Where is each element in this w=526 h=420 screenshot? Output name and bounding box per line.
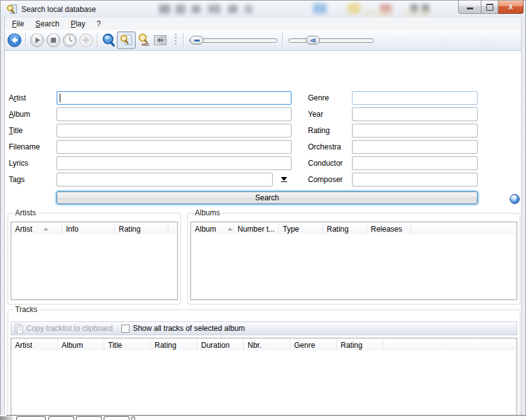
tracks-list-body[interactable] xyxy=(11,350,517,420)
tracks-column-duration[interactable]: Duration xyxy=(197,338,244,350)
tracks-panel-title: Tracks xyxy=(13,305,40,314)
menu-search[interactable]: Search xyxy=(30,18,65,30)
filename-input[interactable] xyxy=(57,140,292,154)
artists-column-info[interactable]: Info xyxy=(62,222,115,234)
tags-label: Tags xyxy=(9,175,25,184)
tracks-column-rating[interactable]: Rating xyxy=(151,338,197,350)
glass-blur-decoration xyxy=(159,4,170,14)
orchestra-label: Orchestra xyxy=(308,143,341,151)
volume-thumb-icon xyxy=(310,40,312,41)
search-form: Artist Album Title Filename Lyrics Tags … xyxy=(5,51,521,415)
lyrics-input[interactable] xyxy=(57,156,292,170)
glass-blur-decoration xyxy=(208,4,221,13)
search-button[interactable]: Search xyxy=(57,191,478,204)
tracks-list: Artist Album Title Rating Duration Nbr. … xyxy=(11,338,517,420)
rating-input[interactable] xyxy=(352,124,478,137)
glass-blur-decoration xyxy=(244,5,253,13)
background-tab xyxy=(0,416,13,420)
albums-panel-title: Albums xyxy=(193,208,222,217)
tracks-column-rating-2[interactable]: Rating xyxy=(337,338,383,350)
volume-slider-thumb[interactable] xyxy=(306,36,320,45)
chevron-down-icon xyxy=(281,177,287,181)
genre-input[interactable] xyxy=(352,91,478,105)
background-window-fragment xyxy=(0,415,526,420)
volume-slider[interactable] xyxy=(288,32,374,48)
back-button[interactable] xyxy=(6,32,23,48)
tags-input[interactable] xyxy=(57,173,273,186)
background-tab xyxy=(104,416,129,420)
play-icon xyxy=(30,33,45,48)
stop-button[interactable] xyxy=(45,32,62,48)
artists-list-body[interactable] xyxy=(11,234,177,299)
glass-blur-decoration xyxy=(348,3,360,14)
title-label: Title xyxy=(9,126,23,135)
add-button[interactable] xyxy=(78,32,94,48)
close-icon: X xyxy=(508,4,513,11)
lyrics-label: Lyrics xyxy=(9,159,28,168)
artists-column-artist[interactable]: Artist xyxy=(11,222,62,234)
search-icon xyxy=(101,33,116,48)
search-document-icon xyxy=(6,4,18,15)
tracks-column-artist[interactable]: Artist xyxy=(11,338,58,350)
show-all-tracks-checkbox[interactable] xyxy=(121,325,129,333)
background-window-edge xyxy=(6,415,526,416)
toolbar-grip[interactable] xyxy=(175,34,177,46)
minimize-button[interactable] xyxy=(458,1,481,14)
search-local-database-button[interactable] xyxy=(117,31,136,49)
background-tab xyxy=(76,416,102,420)
position-slider-thumb[interactable] xyxy=(190,36,204,45)
menubar: File Search Play ? xyxy=(5,18,521,30)
position-slider[interactable] xyxy=(189,32,277,48)
history-button[interactable] xyxy=(62,32,78,48)
albums-column-album[interactable]: Album xyxy=(191,222,234,234)
tracks-column-nbr[interactable]: Nbr. xyxy=(244,338,290,350)
menu-help[interactable]: ? xyxy=(91,18,107,30)
copy-tracklist-button[interactable]: Copy tracklist to clipboard xyxy=(14,323,112,333)
show-all-tracks-label[interactable]: Show all tracks of selected album xyxy=(133,324,244,333)
tracks-column-genre[interactable]: Genre xyxy=(290,338,337,350)
albums-column-rating[interactable]: Rating xyxy=(323,222,367,234)
sort-asc-icon xyxy=(43,228,48,230)
toolbar-separator xyxy=(282,33,283,48)
albums-column-number-tracks[interactable]: Number t... xyxy=(234,222,279,234)
orchestra-input[interactable] xyxy=(352,140,478,154)
maximize-icon xyxy=(486,4,493,11)
copy-icon xyxy=(14,323,24,333)
text-caret xyxy=(60,94,60,102)
volume-slider-track[interactable] xyxy=(288,38,374,43)
year-label: Year xyxy=(308,110,323,119)
tracks-column-album[interactable]: Album xyxy=(58,338,104,350)
menu-file[interactable]: File xyxy=(6,18,30,30)
menu-play[interactable]: Play xyxy=(65,18,90,30)
title-input[interactable] xyxy=(57,124,292,137)
artist-input[interactable] xyxy=(57,91,292,105)
help-icon[interactable]: ? xyxy=(510,194,520,204)
search-button-toolbar[interactable] xyxy=(101,32,117,48)
import-button[interactable] xyxy=(152,32,168,48)
maximize-button[interactable] xyxy=(481,1,498,14)
composer-input[interactable] xyxy=(352,173,478,186)
play-button[interactable] xyxy=(29,32,45,48)
year-input[interactable] xyxy=(352,107,478,121)
background-tab xyxy=(48,416,74,420)
close-button[interactable]: X xyxy=(498,1,523,14)
svg-text:ABC: ABC xyxy=(141,43,150,46)
search-text-button[interactable]: ABC xyxy=(136,32,152,48)
albums-column-releases[interactable]: Releases xyxy=(367,222,411,234)
artists-column-rating[interactable]: Rating xyxy=(115,222,168,234)
albums-list: Album Number t... Type Rating Releases xyxy=(190,222,517,300)
sort-asc-icon xyxy=(227,228,233,230)
albums-column-filler xyxy=(411,222,517,234)
toolbar-separator xyxy=(97,33,98,48)
tracks-column-title[interactable]: Title xyxy=(104,338,151,350)
tags-dropdown-button[interactable] xyxy=(277,174,292,185)
albums-list-body[interactable] xyxy=(191,234,517,299)
caption-buttons: X xyxy=(458,1,523,14)
import-icon xyxy=(153,33,168,48)
albums-list-header: Album Number t... Type Rating Releases xyxy=(191,222,517,235)
album-input[interactable] xyxy=(57,107,292,121)
conductor-input[interactable] xyxy=(352,156,478,170)
glass-blur-decoration xyxy=(192,5,200,13)
albums-column-type[interactable]: Type xyxy=(279,222,323,234)
titlebar[interactable]: Search local database X xyxy=(0,0,526,18)
